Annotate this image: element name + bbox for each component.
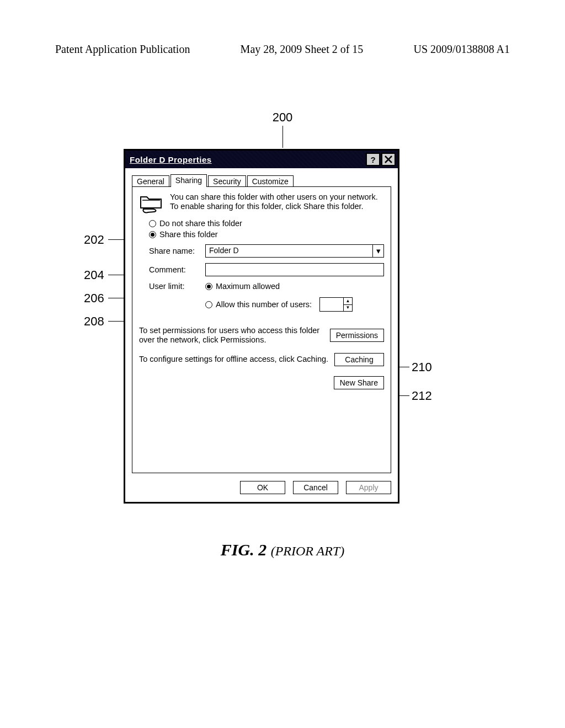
callout-202: 202 bbox=[84, 233, 104, 247]
shared-folder-icon bbox=[139, 192, 164, 215]
user-limit-group: User limit: Maximum allowed Allow this n… bbox=[149, 282, 384, 318]
callout-204: 204 bbox=[84, 268, 104, 282]
intro-row: You can share this folder with other use… bbox=[139, 192, 384, 215]
tab-strip: General Sharing Security Customize bbox=[132, 174, 391, 186]
new-share-button[interactable]: New Share bbox=[334, 376, 384, 389]
spinner-arrows: ▲ ▼ bbox=[343, 298, 352, 311]
figure-number-leader bbox=[282, 126, 283, 148]
help-button[interactable]: ? bbox=[366, 153, 380, 166]
spinner-down-icon[interactable]: ▼ bbox=[344, 305, 352, 312]
caching-button[interactable]: Caching bbox=[334, 353, 384, 366]
permissions-row: To set permissions for users who access … bbox=[139, 326, 384, 345]
header-center: May 28, 2009 Sheet 2 of 15 bbox=[241, 43, 364, 56]
dialog-title: Folder D Properties bbox=[130, 155, 212, 164]
page-header: Patent Application Publication May 28, 2… bbox=[0, 43, 565, 56]
cancel-button[interactable]: Cancel bbox=[293, 481, 338, 494]
close-button[interactable] bbox=[381, 153, 396, 166]
help-icon: ? bbox=[370, 155, 375, 164]
tab-sharing[interactable]: Sharing bbox=[170, 174, 207, 187]
new-share-row: New Share bbox=[139, 376, 384, 389]
callout-206: 206 bbox=[84, 291, 104, 306]
dialog-button-row: OK Cancel Apply bbox=[132, 481, 391, 494]
ok-button[interactable]: OK bbox=[240, 481, 285, 494]
userlimit-max-row: Maximum allowed bbox=[205, 282, 384, 291]
header-left: Patent Application Publication bbox=[55, 43, 190, 56]
callout-212: 212 bbox=[412, 389, 432, 403]
callout-208: 208 bbox=[84, 314, 104, 329]
caching-text: To configure settings for offline access… bbox=[139, 355, 329, 364]
comment-input[interactable] bbox=[205, 263, 384, 276]
properties-dialog: Folder D Properties ? General Sharing Se… bbox=[124, 149, 399, 504]
share-name-row: Share name: Folder D ▾ bbox=[149, 244, 384, 258]
tab-security[interactable]: Security bbox=[208, 175, 246, 187]
radio-user-limit-allow-label: Allow this number of users: bbox=[216, 300, 312, 309]
radio-do-not-share-row: Do not share this folder bbox=[149, 219, 384, 228]
permissions-text: To set permissions for users who access … bbox=[139, 326, 324, 345]
comment-label: Comment: bbox=[149, 265, 200, 274]
radio-user-limit-max[interactable] bbox=[205, 283, 212, 290]
radio-share-row: Share this folder bbox=[149, 230, 384, 239]
radio-share-label: Share this folder bbox=[159, 230, 218, 239]
radio-user-limit-max-label: Maximum allowed bbox=[216, 282, 280, 291]
figure-label: FIG. 2 bbox=[221, 540, 266, 559]
share-name-combo[interactable]: Folder D ▾ bbox=[205, 244, 384, 258]
radio-do-not-share-label: Do not share this folder bbox=[159, 219, 242, 228]
share-name-value: Folder D bbox=[206, 245, 372, 257]
radio-share[interactable] bbox=[149, 231, 156, 238]
intro-text: You can share this folder with other use… bbox=[170, 192, 384, 215]
user-limit-value bbox=[320, 298, 343, 311]
close-icon bbox=[384, 155, 393, 164]
permissions-button[interactable]: Permissions bbox=[330, 329, 384, 342]
chevron-down-icon: ▾ bbox=[376, 246, 381, 256]
figure-number-label: 200 bbox=[273, 110, 293, 125]
userlimit-allow-row: Allow this number of users: ▲ ▼ bbox=[205, 297, 384, 312]
apply-button[interactable]: Apply bbox=[346, 481, 391, 494]
user-limit-options: Maximum allowed Allow this number of use… bbox=[205, 282, 384, 318]
share-name-dropdown[interactable]: ▾ bbox=[372, 245, 383, 257]
comment-row: Comment: bbox=[149, 263, 384, 276]
user-limit-spinner[interactable]: ▲ ▼ bbox=[319, 297, 353, 312]
tab-customize[interactable]: Customize bbox=[247, 175, 294, 187]
tab-general[interactable]: General bbox=[132, 175, 169, 187]
share-name-label: Share name: bbox=[149, 247, 200, 255]
header-right: US 2009/0138808 A1 bbox=[414, 43, 510, 56]
prior-art-label: (PRIOR ART) bbox=[271, 544, 345, 558]
user-limit-label: User limit: bbox=[149, 282, 200, 318]
radio-do-not-share[interactable] bbox=[149, 220, 156, 227]
sharing-tab-panel: You can share this folder with other use… bbox=[132, 186, 391, 473]
caching-row: To configure settings for offline access… bbox=[139, 353, 384, 366]
figure-area: 200 202 204 206 208 210 212 Folder D Pro… bbox=[0, 110, 565, 728]
figure-caption: FIG. 2 (PRIOR ART) bbox=[221, 540, 344, 559]
spinner-up-icon[interactable]: ▲ bbox=[344, 298, 352, 305]
callout-210: 210 bbox=[412, 360, 432, 374]
radio-user-limit-allow[interactable] bbox=[205, 301, 212, 308]
dialog-titlebar: Folder D Properties ? bbox=[125, 151, 398, 168]
dialog-body: General Sharing Security Customize You c… bbox=[125, 168, 398, 502]
